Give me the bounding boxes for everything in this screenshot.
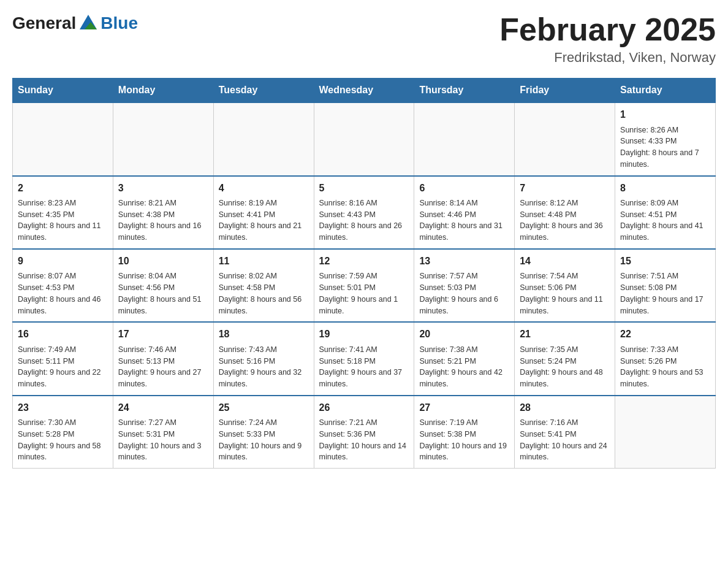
day-of-week-header: Saturday [615,79,716,103]
calendar-day-cell: 9Sunrise: 8:07 AMSunset: 4:53 PMDaylight… [13,249,113,322]
day-of-week-header: Sunday [13,79,113,103]
calendar-day-cell: 20Sunrise: 7:38 AMSunset: 5:21 PMDayligh… [414,322,515,395]
day-info: Sunrise: 7:35 AMSunset: 5:24 PMDaylight:… [520,344,610,390]
day-info: Sunrise: 8:04 AMSunset: 4:56 PMDaylight:… [118,270,208,316]
calendar-day-cell: 12Sunrise: 7:59 AMSunset: 5:01 PMDayligh… [314,249,414,322]
day-number: 17 [118,327,208,341]
day-info: Sunrise: 8:07 AMSunset: 4:53 PMDaylight:… [18,270,108,316]
calendar-day-cell: 3Sunrise: 8:21 AMSunset: 4:38 PMDaylight… [113,176,213,249]
calendar-day-cell: 22Sunrise: 7:33 AMSunset: 5:26 PMDayligh… [615,322,716,395]
calendar-day-cell: 8Sunrise: 8:09 AMSunset: 4:51 PMDaylight… [615,176,716,249]
day-info: Sunrise: 7:27 AMSunset: 5:31 PMDaylight:… [118,417,208,463]
day-info: Sunrise: 8:14 AMSunset: 4:46 PMDaylight:… [419,197,509,243]
day-info: Sunrise: 8:12 AMSunset: 4:48 PMDaylight:… [520,197,610,243]
calendar-day-cell: 17Sunrise: 7:46 AMSunset: 5:13 PMDayligh… [113,322,213,395]
day-info: Sunrise: 7:30 AMSunset: 5:28 PMDaylight:… [18,417,108,463]
day-info: Sunrise: 8:21 AMSunset: 4:38 PMDaylight:… [118,197,208,243]
day-of-week-header: Friday [515,79,615,103]
calendar-day-cell: 1Sunrise: 8:26 AMSunset: 4:33 PMDaylight… [615,102,716,175]
day-info: Sunrise: 8:02 AMSunset: 4:58 PMDaylight:… [219,270,309,316]
day-number: 8 [620,182,710,195]
calendar-day-cell: 7Sunrise: 8:12 AMSunset: 4:48 PMDaylight… [515,176,615,249]
day-number: 13 [419,255,509,268]
calendar-day-cell: 28Sunrise: 7:16 AMSunset: 5:41 PMDayligh… [515,396,615,469]
day-number: 23 [18,401,108,415]
calendar-day-cell: 23Sunrise: 7:30 AMSunset: 5:28 PMDayligh… [13,396,113,469]
day-number: 19 [319,327,409,341]
day-info: Sunrise: 8:16 AMSunset: 4:43 PMDaylight:… [319,197,409,243]
day-info: Sunrise: 7:51 AMSunset: 5:08 PMDaylight:… [620,270,710,316]
day-info: Sunrise: 7:57 AMSunset: 5:03 PMDaylight:… [419,270,509,316]
logo-icon [77,12,99,34]
day-number: 15 [620,255,710,268]
day-info: Sunrise: 8:19 AMSunset: 4:41 PMDaylight:… [219,197,309,243]
day-number: 6 [419,182,509,195]
day-number: 12 [319,255,409,268]
day-info: Sunrise: 7:59 AMSunset: 5:01 PMDaylight:… [319,270,409,316]
calendar-day-cell: 13Sunrise: 7:57 AMSunset: 5:03 PMDayligh… [414,249,515,322]
calendar-header-row: SundayMondayTuesdayWednesdayThursdayFrid… [13,79,716,103]
calendar-day-cell [213,102,314,175]
day-of-week-header: Wednesday [314,79,414,103]
day-number: 18 [219,327,309,341]
day-info: Sunrise: 7:43 AMSunset: 5:16 PMDaylight:… [219,344,309,390]
day-number: 10 [118,255,208,268]
day-number: 24 [118,401,208,415]
day-number: 14 [520,255,610,268]
day-number: 25 [219,401,309,415]
logo-text-general: General [12,13,76,33]
day-info: Sunrise: 7:54 AMSunset: 5:06 PMDaylight:… [520,270,610,316]
day-number: 3 [118,182,208,195]
day-info: Sunrise: 7:46 AMSunset: 5:13 PMDaylight:… [118,344,208,390]
day-of-week-header: Thursday [414,79,515,103]
day-number: 5 [319,182,409,195]
calendar-day-cell: 19Sunrise: 7:41 AMSunset: 5:18 PMDayligh… [314,322,414,395]
day-number: 28 [520,401,610,415]
calendar-day-cell: 5Sunrise: 8:16 AMSunset: 4:43 PMDaylight… [314,176,414,249]
logo: General Blue [12,12,138,34]
calendar-day-cell [314,102,414,175]
logo-text-blue: Blue [100,13,138,33]
day-info: Sunrise: 7:38 AMSunset: 5:21 PMDaylight:… [419,344,509,390]
page-header: General Blue February 2025 Fredrikstad, … [12,12,716,66]
calendar-day-cell [113,102,213,175]
calendar-week-row: 23Sunrise: 7:30 AMSunset: 5:28 PMDayligh… [13,396,716,469]
day-info: Sunrise: 8:09 AMSunset: 4:51 PMDaylight:… [620,197,710,243]
calendar-day-cell: 18Sunrise: 7:43 AMSunset: 5:16 PMDayligh… [213,322,314,395]
day-number: 4 [219,182,309,195]
day-number: 2 [18,182,108,195]
calendar-day-cell: 6Sunrise: 8:14 AMSunset: 4:46 PMDaylight… [414,176,515,249]
calendar-day-cell: 25Sunrise: 7:24 AMSunset: 5:33 PMDayligh… [213,396,314,469]
calendar-week-row: 9Sunrise: 8:07 AMSunset: 4:53 PMDaylight… [13,249,716,322]
day-info: Sunrise: 7:19 AMSunset: 5:38 PMDaylight:… [419,417,509,463]
day-number: 16 [18,327,108,341]
day-info: Sunrise: 7:41 AMSunset: 5:18 PMDaylight:… [319,344,409,390]
day-of-week-header: Tuesday [213,79,314,103]
day-info: Sunrise: 7:21 AMSunset: 5:36 PMDaylight:… [319,417,409,463]
day-of-week-header: Monday [113,79,213,103]
calendar-day-cell: 15Sunrise: 7:51 AMSunset: 5:08 PMDayligh… [615,249,716,322]
day-number: 11 [219,255,309,268]
calendar-day-cell: 4Sunrise: 8:19 AMSunset: 4:41 PMDaylight… [213,176,314,249]
day-number: 26 [319,401,409,415]
calendar-day-cell [615,396,716,469]
calendar-day-cell: 21Sunrise: 7:35 AMSunset: 5:24 PMDayligh… [515,322,615,395]
day-number: 9 [18,255,108,268]
day-info: Sunrise: 7:24 AMSunset: 5:33 PMDaylight:… [219,417,309,463]
calendar-day-cell: 24Sunrise: 7:27 AMSunset: 5:31 PMDayligh… [113,396,213,469]
day-number: 21 [520,327,610,341]
calendar-body: 1Sunrise: 8:26 AMSunset: 4:33 PMDaylight… [13,102,716,468]
day-number: 7 [520,182,610,195]
calendar-week-row: 1Sunrise: 8:26 AMSunset: 4:33 PMDaylight… [13,102,716,175]
day-info: Sunrise: 7:49 AMSunset: 5:11 PMDaylight:… [18,344,108,390]
calendar-day-cell: 16Sunrise: 7:49 AMSunset: 5:11 PMDayligh… [13,322,113,395]
day-number: 1 [620,108,710,121]
day-number: 20 [419,327,509,341]
calendar-table: SundayMondayTuesdayWednesdayThursdayFrid… [12,78,716,469]
title-section: February 2025 Fredrikstad, Viken, Norway [499,12,716,66]
calendar-day-cell: 26Sunrise: 7:21 AMSunset: 5:36 PMDayligh… [314,396,414,469]
calendar-day-cell [515,102,615,175]
calendar-day-cell: 10Sunrise: 8:04 AMSunset: 4:56 PMDayligh… [113,249,213,322]
day-info: Sunrise: 8:26 AMSunset: 4:33 PMDaylight:… [620,124,710,170]
calendar-day-cell: 2Sunrise: 8:23 AMSunset: 4:35 PMDaylight… [13,176,113,249]
